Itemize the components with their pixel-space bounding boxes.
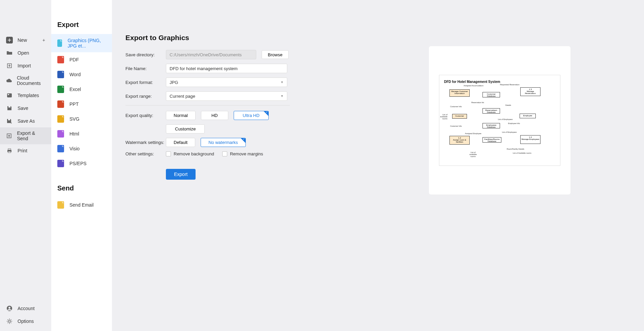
sidebar-item-open[interactable]: Open (0, 47, 51, 59)
sidebar-label: Save (18, 106, 28, 111)
ps-icon (57, 160, 64, 167)
email-icon (57, 201, 64, 209)
watermark-default[interactable]: Default (166, 138, 195, 147)
divider (125, 105, 290, 106)
plus-icon[interactable]: + (42, 37, 45, 43)
quality-normal[interactable]: Normal (166, 111, 196, 120)
browse-button[interactable]: Browse (262, 50, 289, 59)
sidebar-item-import[interactable]: Import (0, 59, 51, 72)
customize-button[interactable]: Customize (166, 124, 205, 133)
export-item-label: Html (69, 131, 79, 137)
export-item-label: Excel (69, 87, 81, 92)
export-item-excel[interactable]: Excel (51, 82, 112, 97)
sidebar-label: Export & Send (17, 130, 46, 141)
export-item-pdf[interactable]: PDF (51, 52, 112, 67)
options-icon (6, 318, 13, 325)
export-item-label: PDF (69, 57, 79, 62)
sidebar-label: Templates (18, 93, 39, 98)
sidebar-item-export[interactable]: Export & Send (0, 127, 51, 144)
input-save-directory[interactable] (166, 50, 256, 59)
svg-point-20 (8, 307, 10, 309)
sidebar-item-saveas[interactable]: Save As (0, 115, 51, 127)
sidebar-label: New (18, 37, 27, 43)
export-item-html[interactable]: Html (51, 126, 112, 141)
export-item-label: Word (69, 72, 81, 77)
svg-rect-13 (8, 94, 9, 95)
diagram-box: Manage Customer Information (449, 89, 470, 97)
svg-rect-18 (8, 151, 11, 153)
svg-rect-17 (8, 149, 11, 150)
svg-rect-15 (8, 119, 10, 120)
send-item-label: Send Email (69, 202, 94, 208)
pdf-icon (57, 56, 64, 63)
folder-icon (6, 50, 13, 56)
diagram-box: Facillities/Rooms Database (482, 137, 501, 143)
sidebar-item-save[interactable]: Save (0, 102, 51, 115)
select-export-range[interactable]: Current page▼ (166, 91, 287, 101)
sidebar-item-options[interactable]: Options (0, 315, 51, 328)
checkbox-remove-margins[interactable]: Remove margins (222, 151, 263, 156)
export-item-svg[interactable]: SVG (51, 112, 112, 126)
account-icon (6, 305, 13, 312)
export-item-ppt[interactable]: PPT (51, 97, 112, 112)
visio-icon (57, 145, 64, 152)
sidebar-label: Import (18, 63, 31, 68)
export-item-graphics[interactable]: Graphics (PNG, JPG et... (51, 34, 112, 52)
sidebar-item-account[interactable]: Account (0, 302, 51, 315)
saveas-icon (6, 118, 13, 124)
export-heading: Export (51, 21, 112, 34)
export-icon (6, 132, 12, 139)
new-icon (6, 37, 13, 43)
send-item-email[interactable]: Send Email (51, 198, 112, 212)
save-icon (6, 105, 13, 112)
sidebar-item-templates[interactable]: Templates (0, 89, 51, 102)
quality-hd[interactable]: HD (201, 111, 228, 120)
label-export-quality: Export quality: (125, 113, 166, 118)
export-item-visio[interactable]: Visio (51, 141, 112, 156)
sidebar-label: Open (18, 50, 29, 56)
diagram-box: Customer (452, 114, 467, 119)
select-export-format[interactable]: JPG▼ (166, 78, 287, 87)
graphics-icon (57, 39, 62, 47)
diagram-box: Employee (520, 114, 536, 118)
excel-icon (57, 86, 64, 93)
chevron-down-icon: ▼ (281, 94, 284, 98)
ppt-icon (57, 100, 64, 108)
send-heading: Send (51, 184, 112, 198)
watermark-none[interactable]: No watermarks (201, 138, 245, 147)
sidebar-bottom: Account Options (0, 302, 51, 328)
chevron-down-icon: ▼ (281, 81, 284, 84)
sidebar-item-cloud[interactable]: Cloud Documents (0, 72, 51, 89)
checkbox-remove-bg[interactable]: Remove background (166, 151, 214, 156)
export-item-label: PS/EPS (69, 161, 87, 166)
label-export-range: Export range: (125, 94, 166, 99)
input-file-name[interactable] (166, 64, 287, 73)
svg-rect-14 (8, 106, 10, 108)
export-item-ps[interactable]: PS/EPS (51, 156, 112, 171)
content-title: Export to Graphics (125, 34, 631, 42)
html-icon (57, 130, 64, 138)
word-icon (57, 71, 64, 78)
export-item-label: PPT (69, 101, 79, 107)
diagram-box: Customer Database (482, 92, 500, 97)
export-button[interactable]: Export (166, 169, 196, 180)
sidebar-item-new[interactable]: New + (0, 34, 51, 47)
diagram-box: Reservatipon Database (482, 108, 500, 114)
label-watermark: Watermark settings: (125, 140, 166, 145)
cloud-icon (6, 77, 12, 84)
sidebar-secondary: Export Graphics (PNG, JPG et... PDF Word… (51, 0, 112, 331)
sidebar-label: Options (18, 319, 34, 324)
content-area: Export to Graphics Save directory: Brows… (112, 0, 644, 331)
print-icon (6, 147, 13, 154)
sidebar-item-print[interactable]: Print (0, 144, 51, 157)
sidebar-label: Account (18, 306, 35, 311)
quality-ultrahd[interactable]: Ultra HD (234, 111, 269, 120)
svg-icon (57, 115, 64, 123)
preview-card: DFD for Hotel Management System Manage C… (429, 46, 570, 194)
export-item-label: Visio (69, 146, 80, 151)
sidebar-label: Save As (18, 118, 35, 124)
diagram-box: 1.4Manage Employees (520, 135, 540, 144)
label-file-name: File Name: (125, 66, 166, 71)
export-item-word[interactable]: Word (51, 67, 112, 82)
sidebar-label: Print (18, 148, 27, 153)
